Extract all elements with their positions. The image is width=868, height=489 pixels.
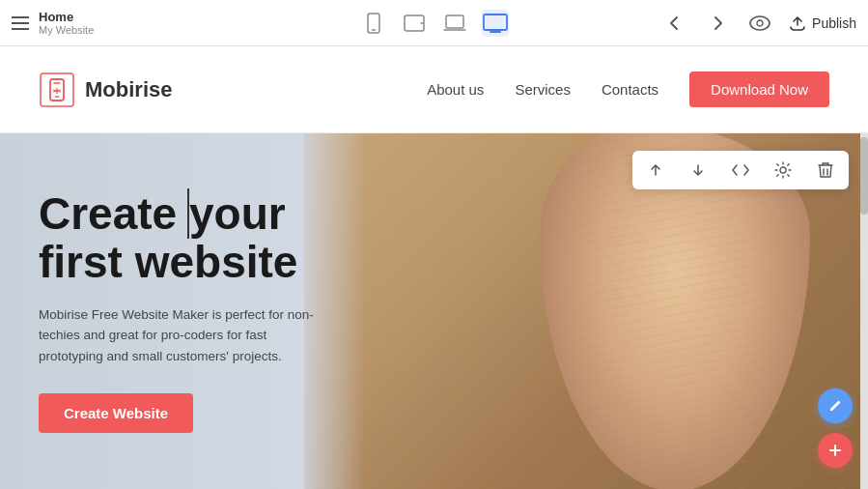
page-info: Home My Website xyxy=(39,10,94,36)
download-button[interactable]: Download Now xyxy=(689,72,829,107)
hero-section: Create your first website Mobirise Free … xyxy=(0,133,868,489)
toolbar-right: Publish xyxy=(661,10,856,37)
hero-heading-line2: first website xyxy=(39,237,297,287)
site-header: Mobirise About us Services Contacts Down… xyxy=(0,46,868,133)
logo-area: Mobirise xyxy=(39,72,172,108)
nav-services[interactable]: Services xyxy=(515,81,571,98)
nav-contacts[interactable]: Contacts xyxy=(602,81,658,98)
toolbar-left: Home My Website xyxy=(12,10,650,36)
device-switcher xyxy=(360,10,509,37)
svg-rect-4 xyxy=(446,15,463,28)
svg-rect-6 xyxy=(484,14,507,30)
block-code-button[interactable] xyxy=(727,157,754,184)
publish-label: Publish xyxy=(812,15,856,31)
block-settings-button[interactable] xyxy=(770,157,797,184)
block-toolbar xyxy=(632,151,849,189)
preview-button[interactable] xyxy=(746,10,773,37)
nav-about[interactable]: About us xyxy=(427,81,484,98)
scrollbar-thumb[interactable] xyxy=(860,137,868,215)
scrollbar[interactable] xyxy=(860,133,868,489)
block-move-up-button[interactable] xyxy=(642,157,669,184)
create-website-button[interactable]: Create Website xyxy=(39,393,193,433)
mobile-device-btn[interactable] xyxy=(360,10,387,37)
publish-button[interactable]: Publish xyxy=(789,14,856,32)
hero-heading-line1: Create your xyxy=(39,188,286,239)
logo-icon xyxy=(39,72,75,108)
svg-point-10 xyxy=(757,20,763,26)
desktop-device-btn[interactable] xyxy=(482,10,509,37)
logo-text: Mobirise xyxy=(85,77,172,102)
fab-add-button[interactable] xyxy=(818,433,853,468)
block-move-down-button[interactable] xyxy=(685,157,712,184)
svg-point-9 xyxy=(750,16,770,30)
back-button[interactable] xyxy=(661,10,688,37)
text-cursor xyxy=(175,188,189,239)
hamburger-icon[interactable] xyxy=(12,16,29,30)
page-title: Home xyxy=(39,10,94,24)
page-subtitle: My Website xyxy=(39,24,94,36)
top-toolbar: Home My Website xyxy=(0,0,868,46)
block-delete-button[interactable] xyxy=(812,157,839,184)
hero-content: Create your first website Mobirise Free … xyxy=(0,133,365,489)
hero-description: Mobirise Free Website Maker is perfect f… xyxy=(39,304,319,367)
site-nav: About us Services Contacts Download Now xyxy=(427,72,829,107)
laptop-device-btn[interactable] xyxy=(441,10,468,37)
svg-point-19 xyxy=(780,167,786,173)
forward-button[interactable] xyxy=(704,10,731,37)
hero-heading: Create your first website xyxy=(39,189,326,287)
preview-area: Mobirise About us Services Contacts Down… xyxy=(0,46,868,489)
fab-edit-button[interactable] xyxy=(818,388,853,423)
tablet-device-btn[interactable] xyxy=(401,10,428,37)
